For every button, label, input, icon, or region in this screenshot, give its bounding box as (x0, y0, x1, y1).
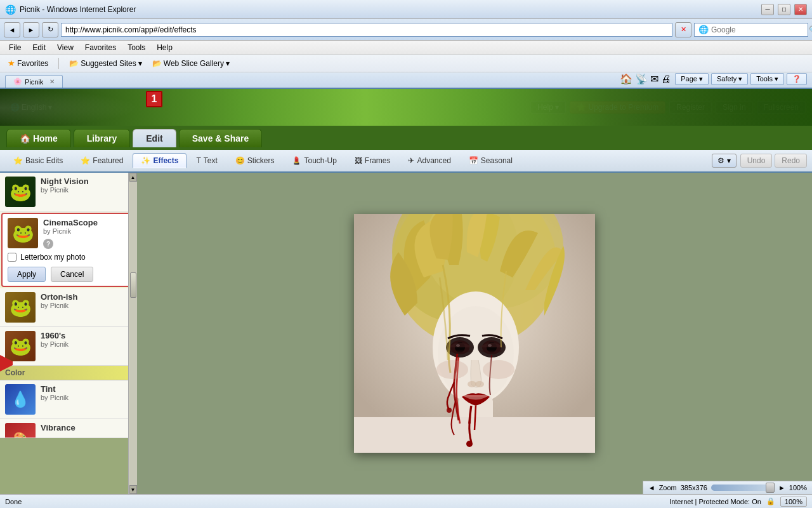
zoom-dimensions: 385x376 (681, 484, 707, 491)
zoom-triangle-left[interactable]: ◄ (648, 484, 655, 491)
featured-label: Featured (93, 156, 123, 165)
stickers-icon: 😊 (235, 156, 245, 165)
letterbox-checkbox[interactable] (8, 253, 16, 262)
edit-tab-featured[interactable]: ⭐ Featured (72, 153, 131, 168)
page-toolbar-button[interactable]: Page ▾ (675, 73, 709, 85)
edit-tab-label: Edit (146, 133, 162, 144)
edit-tab-text[interactable]: T Text (188, 153, 225, 168)
apply-button[interactable]: Apply (8, 267, 46, 282)
banner-deco-right (622, 89, 812, 126)
night-vision-thumbnail (5, 177, 36, 207)
cinemascope-help-button[interactable]: ? (43, 239, 53, 249)
back-button[interactable]: ◄ (4, 22, 20, 37)
forward-button[interactable]: ► (23, 22, 39, 37)
cinemascope-header: CinemaScope by Picnik ? (8, 218, 128, 249)
scrollbar-thumb[interactable] (130, 272, 136, 298)
tools-toolbar-button[interactable]: Tools ▾ (750, 73, 784, 85)
tab-edit[interactable]: Edit (133, 129, 176, 147)
photo-svg (354, 214, 595, 453)
address-bar: ◄ ► ↻ ✕ 🌐 🔍 (0, 19, 812, 41)
refresh-button[interactable]: ↻ (42, 22, 58, 37)
favorites-label: Favorites (17, 59, 48, 68)
menu-help[interactable]: Help (152, 42, 178, 53)
home-toolbar-icon[interactable]: 🏠 (620, 73, 632, 85)
minimize-button[interactable]: ─ (761, 4, 774, 15)
edit-tab-effects[interactable]: ✨ Effects (133, 153, 187, 168)
window-title: Picnik - Windows Internet Explorer (20, 5, 136, 14)
edit-tab-advanced[interactable]: ✈ Advanced (400, 153, 459, 168)
zoom-label: Zoom (659, 484, 677, 491)
tab-save-share[interactable]: Save & Share (179, 129, 263, 147)
suggested-sites-button[interactable]: 📂 Suggested Sites ▾ (67, 58, 144, 69)
picnik-tab[interactable]: 🌸 Picnik ✕ (5, 75, 63, 88)
edit-tab-stickers[interactable]: 😊 Stickers (227, 153, 283, 168)
advanced-icon: ✈ (408, 156, 414, 165)
tab-home[interactable]: 🏠 Home (6, 129, 71, 147)
scrollbar-up-button[interactable]: ▲ (129, 173, 137, 182)
tint-info: Tint by Picnik (41, 384, 131, 401)
scrollbar-track (129, 182, 137, 485)
address-input[interactable] (61, 23, 672, 37)
sidebar-item-tint[interactable]: 💧 Tint by Picnik (0, 380, 136, 419)
menu-file[interactable]: File (4, 42, 26, 53)
zoom-slider[interactable] (711, 485, 775, 491)
edit-tab-basic-edits[interactable]: ⭐ Basic Edits (5, 153, 71, 168)
sidebar-item-vibrance[interactable]: 🎨 Vibrance (0, 419, 136, 438)
ie-tab-bar: 🌸 Picnik ✕ 🏠 📡 ✉ 🖨 Page ▾ Safety ▾ Tools… (0, 72, 812, 89)
touchup-icon: 💄 (292, 156, 301, 165)
redo-button[interactable]: Redo (775, 154, 807, 168)
picnik-tab-label: Picnik (25, 78, 43, 86)
web-slice-gallery-button[interactable]: 📂 Web Slice Gallery ▾ (150, 58, 232, 69)
sidebar-item-1960s[interactable]: 1960's by Picnik (0, 327, 136, 366)
menu-view[interactable]: View (52, 42, 79, 53)
zoom-bar: ◄ Zoom 385x376 ► 100% (643, 481, 812, 494)
menu-tools[interactable]: Tools (122, 42, 150, 53)
stop-button[interactable]: ✕ (675, 22, 691, 37)
print-toolbar-icon[interactable]: 🖨 (661, 74, 671, 85)
suggested-chevron-icon: ▾ (138, 59, 142, 68)
picnik-banner: 🌐 English ▾ Help ▾ ⭐ Upgrade to Premium … (0, 89, 812, 126)
search-input[interactable] (711, 25, 806, 34)
picnik-nav: 🏠 Home Library Edit Save & Share 1 (0, 126, 812, 150)
zone-label: Internet | Protected Mode: On (669, 498, 761, 505)
mail-toolbar-icon[interactable]: ✉ (650, 73, 658, 85)
edit-tab-frames[interactable]: 🖼 Frames (346, 153, 399, 168)
effects-icon: ✨ (141, 156, 150, 165)
cancel-button[interactable]: Cancel (51, 267, 93, 282)
edit-tab-seasonal[interactable]: 📅 Seasonal (461, 153, 521, 168)
undo-button[interactable]: Undo (740, 154, 773, 168)
letterbox-label: Letterbox my photo (20, 253, 86, 262)
sidebar-item-night-vision[interactable]: Night Vision by Picnik (0, 173, 136, 211)
safety-toolbar-button[interactable]: Safety ▾ (711, 73, 748, 85)
menu-edit[interactable]: Edit (27, 42, 51, 53)
advanced-label: Advanced (417, 156, 450, 165)
search-box[interactable]: 🌐 🔍 (694, 23, 808, 37)
sidebar-wrapper: Night Vision by Picnik CinemaScope by Pi… (0, 173, 137, 494)
help-toolbar-button[interactable]: ❓ (787, 73, 807, 85)
close-button[interactable]: ✕ (794, 4, 807, 15)
tint-name: Tint (41, 384, 131, 394)
letterbox-row: Letterbox my photo (8, 253, 128, 262)
menu-favorites[interactable]: Favorites (80, 42, 121, 53)
seasonal-icon: 📅 (469, 156, 478, 165)
scrollbar-down-button[interactable]: ▼ (129, 485, 137, 494)
zoom-thumb[interactable] (766, 483, 775, 493)
edit-tab-touch-up[interactable]: 💄 Touch-Up (284, 153, 344, 168)
star-icon: ★ (8, 58, 15, 68)
sidebar-item-orton-ish[interactable]: Orton-ish by Picnik (0, 288, 136, 327)
gear-button[interactable]: ⚙ ▾ (712, 154, 736, 168)
zoom-status-pct: 100% (780, 497, 807, 507)
cinemascope-sub: by Picnik (43, 227, 128, 235)
basic-edits-label: Basic Edits (25, 156, 63, 165)
edit-subnav: ⭐ Basic Edits ⭐ Featured ✨ Effects T Tex… (0, 150, 812, 173)
tab-library[interactable]: Library (74, 129, 130, 147)
tab-close-icon[interactable]: ✕ (49, 78, 55, 85)
maximize-button[interactable]: □ (778, 4, 790, 15)
favorites-button[interactable]: ★ Favorites (5, 57, 51, 69)
google-icon: 🌐 (698, 25, 709, 34)
search-go-icon[interactable]: 🔍 (809, 25, 812, 34)
web-slice-gallery-label: Web Slice Gallery (164, 59, 224, 68)
feeds-toolbar-icon[interactable]: 📡 (635, 73, 648, 85)
zoom-triangle-right[interactable]: ► (778, 484, 785, 491)
web-slice-icon: 📂 (152, 59, 162, 68)
